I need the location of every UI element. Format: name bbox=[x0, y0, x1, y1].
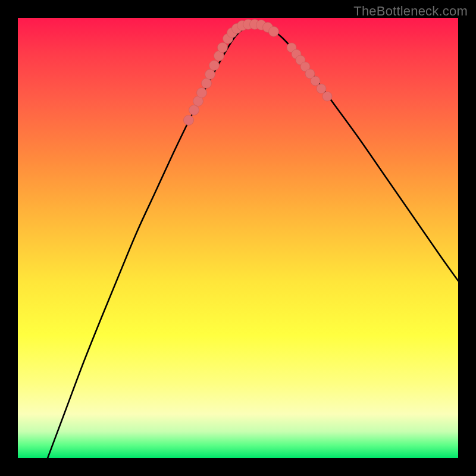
data-dot bbox=[205, 70, 215, 80]
data-dot bbox=[218, 43, 228, 53]
dot-cluster-left bbox=[184, 43, 228, 126]
data-dot bbox=[269, 27, 279, 37]
curve-svg bbox=[18, 18, 458, 458]
data-dot bbox=[317, 84, 326, 93]
data-dot bbox=[322, 92, 332, 101]
data-dot bbox=[197, 88, 207, 98]
data-dot bbox=[202, 79, 212, 89]
data-dot bbox=[184, 115, 194, 126]
dot-cluster-right bbox=[287, 43, 332, 101]
chart-frame: TheBottleneck.com bbox=[0, 0, 476, 476]
bottleneck-curve-path bbox=[48, 24, 458, 458]
dot-cluster-bottom bbox=[223, 20, 279, 44]
data-dot bbox=[189, 105, 199, 115]
data-dot bbox=[311, 76, 320, 86]
plot-area bbox=[18, 18, 458, 458]
data-dot bbox=[209, 61, 220, 71]
watermark-text: TheBottleneck.com bbox=[353, 4, 468, 19]
